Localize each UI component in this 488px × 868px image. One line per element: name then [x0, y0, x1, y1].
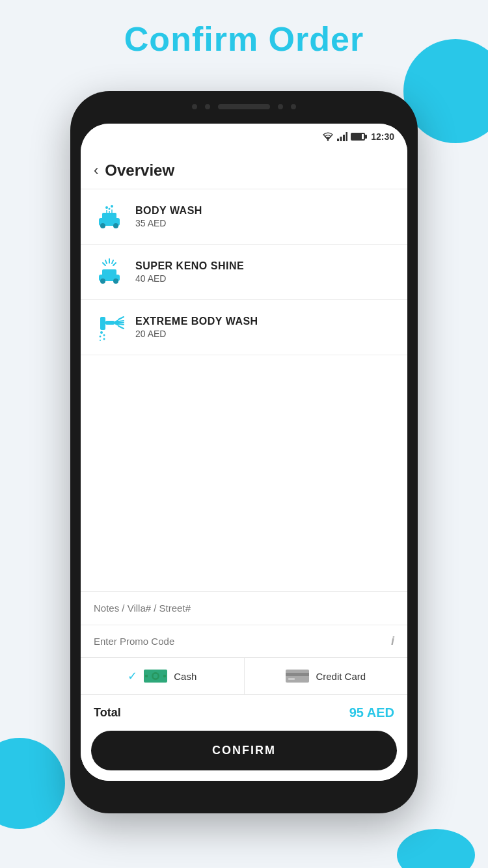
app-content: ‹ Overview	[81, 150, 407, 781]
svg-rect-4	[346, 132, 348, 141]
service-item-super-keno-shine: SUPER KENO SHINE 40 AED	[81, 245, 407, 300]
svg-line-30	[118, 324, 124, 325]
svg-point-32	[100, 331, 103, 334]
svg-rect-24	[100, 317, 105, 330]
svg-point-18	[113, 278, 118, 284]
wifi-icon	[322, 132, 334, 141]
credit-card-payment-option[interactable]: Credit Card	[245, 658, 408, 694]
svg-point-7	[100, 223, 105, 228]
svg-line-31	[118, 326, 124, 329]
status-icons: 12:30	[322, 131, 394, 142]
svg-rect-41	[163, 675, 166, 677]
phone-speaker	[218, 104, 270, 109]
app-header: ‹ Overview	[81, 150, 407, 189]
body-wash-price: 35 AED	[135, 218, 394, 228]
status-bar: 12:30	[81, 124, 407, 150]
svg-point-39	[153, 673, 158, 679]
cash-icon	[144, 668, 167, 684]
blob-bottom-left	[0, 738, 65, 829]
bottom-area: i ✓ Cash	[81, 591, 407, 781]
super-keno-shine-name: SUPER KENO SHINE	[135, 260, 394, 272]
phone-top-bar	[179, 103, 309, 111]
svg-point-35	[103, 338, 105, 340]
total-amount: 95 AED	[349, 705, 394, 720]
battery-fill	[352, 134, 361, 139]
credit-card-icon	[286, 668, 309, 684]
svg-rect-40	[145, 675, 148, 677]
svg-rect-25	[105, 321, 115, 325]
extreme-body-wash-price: 20 AED	[135, 329, 394, 339]
svg-line-28	[118, 321, 124, 321]
page-title: Confirm Order	[0, 20, 488, 59]
svg-line-22	[113, 263, 116, 265]
svg-rect-3	[343, 135, 345, 141]
svg-rect-1	[337, 139, 339, 141]
extreme-body-wash-name: EXTREME BODY WASH	[135, 316, 394, 327]
super-keno-shine-price: 40 AED	[135, 273, 394, 284]
svg-point-17	[100, 278, 105, 284]
body-wash-icon	[94, 201, 125, 232]
blob-bottom-right	[397, 829, 475, 868]
phone-screen: 12:30 ‹ Overview	[81, 124, 407, 781]
total-row: Total 95 AED	[81, 695, 407, 731]
svg-point-8	[113, 223, 118, 228]
svg-line-27	[118, 317, 124, 319]
svg-rect-44	[288, 678, 295, 680]
super-keno-shine-info: SUPER KENO SHINE 40 AED	[135, 260, 394, 284]
svg-point-11	[109, 208, 111, 210]
svg-line-21	[105, 260, 107, 264]
svg-line-20	[112, 260, 113, 264]
cash-payment-option[interactable]: ✓ Cash	[81, 658, 244, 694]
status-time: 12:30	[371, 131, 394, 142]
cash-check-icon: ✓	[128, 669, 137, 683]
phone-dot-1	[192, 104, 197, 109]
svg-rect-43	[286, 673, 309, 676]
notes-input[interactable]	[94, 603, 394, 614]
super-keno-shine-icon	[94, 256, 125, 288]
svg-point-34	[100, 336, 102, 338]
svg-point-0	[327, 139, 329, 141]
overview-title: Overview	[105, 161, 174, 180]
spacer	[81, 355, 407, 472]
extreme-body-wash-info: EXTREME BODY WASH 20 AED	[135, 316, 394, 339]
svg-line-23	[103, 263, 105, 265]
phone-dot-4	[291, 104, 296, 109]
notes-input-container[interactable]	[81, 592, 407, 625]
total-label: Total	[94, 706, 121, 720]
phone-dot-2	[205, 104, 210, 109]
back-button[interactable]: ‹	[94, 162, 98, 179]
service-item-extreme-body-wash: EXTREME BODY WASH 20 AED	[81, 300, 407, 355]
svg-point-36	[100, 340, 101, 341]
body-wash-name: BODY WASH	[135, 205, 394, 217]
svg-point-10	[111, 205, 113, 208]
body-wash-info: BODY WASH 35 AED	[135, 205, 394, 228]
svg-rect-2	[340, 137, 342, 141]
promo-input-container[interactable]: i	[81, 625, 407, 658]
service-item-body-wash: BODY WASH 35 AED	[81, 189, 407, 245]
payment-methods: ✓ Cash	[81, 658, 407, 695]
extreme-body-wash-icon	[94, 312, 125, 343]
info-icon: i	[391, 634, 394, 648]
phone-frame: 12:30 ‹ Overview	[70, 91, 418, 813]
svg-point-33	[103, 334, 105, 336]
svg-rect-16	[102, 269, 116, 276]
cash-label: Cash	[174, 671, 197, 682]
svg-point-9	[105, 206, 108, 209]
svg-rect-6	[102, 213, 116, 219]
confirm-button[interactable]: CONFIRM	[91, 731, 397, 770]
credit-card-label: Credit Card	[316, 671, 366, 682]
phone-dot-3	[278, 104, 283, 109]
promo-input[interactable]	[94, 636, 391, 647]
battery-icon	[351, 133, 365, 141]
signal-icon	[337, 132, 347, 141]
services-list: BODY WASH 35 AED	[81, 189, 407, 591]
